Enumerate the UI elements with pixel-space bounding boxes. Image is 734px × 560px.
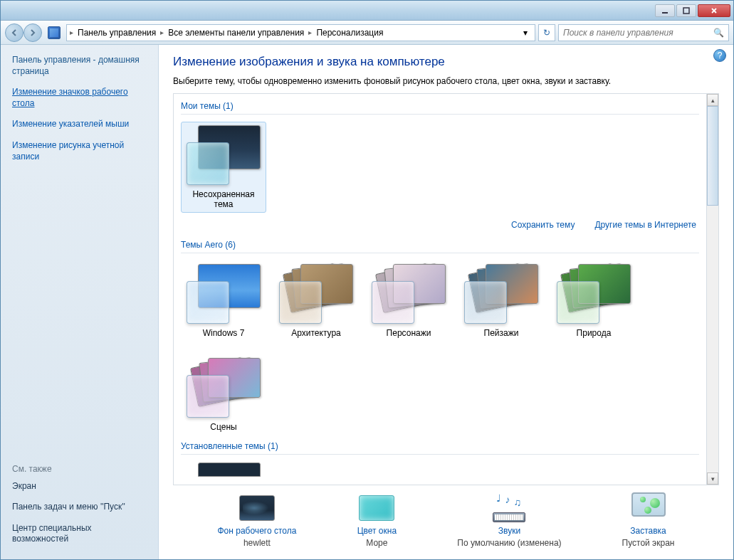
see-also-taskbar[interactable]: Панель задач и меню ''Пуск'' <box>12 502 147 513</box>
theme-unsaved[interactable]: Несохраненная тема <box>181 122 266 213</box>
theme-label: Персонажи <box>387 328 431 338</box>
maximize-button[interactable] <box>676 4 696 17</box>
svg-rect-1 <box>683 8 689 14</box>
see-also-ease[interactable]: Центр специальных возможностей <box>12 523 147 545</box>
body: Панель управления - домашняя страница Из… <box>1 45 733 559</box>
crumb-personalization[interactable]: Персонализация <box>312 28 387 38</box>
bottom-bg-value: hewlett <box>243 538 271 548</box>
theme-aero-4[interactable]: Природа <box>551 260 636 342</box>
theme-aero-5[interactable]: Сцены <box>181 354 266 435</box>
screensaver-item[interactable]: Заставка Пустой экран <box>622 492 675 548</box>
theme-installed-cutoff[interactable] <box>181 462 266 477</box>
more-themes-link[interactable]: Другие темы в Интернете <box>594 220 696 230</box>
page-title: Изменение изображения и звука на компьют… <box>173 55 719 69</box>
bottom-bg-title: Фон рабочего стола <box>217 526 296 536</box>
see-also-display[interactable]: Экран <box>12 481 147 492</box>
sounds-item[interactable]: ♪♫♩ Звуки По умолчанию (изменена) <box>457 492 561 548</box>
window-controls <box>654 4 730 17</box>
window-color-item[interactable]: Цвет окна Море <box>357 492 397 548</box>
sidebar-link-account-picture[interactable]: Изменение рисунка учетной записи <box>12 140 147 162</box>
bottom-color-value: Море <box>366 538 387 548</box>
search-input[interactable] <box>563 28 713 38</box>
svg-rect-0 <box>662 12 668 14</box>
section-aero-themes: Темы Aero (6) <box>181 237 699 253</box>
main: ? Изменение изображения и звука на компь… <box>159 45 733 559</box>
page-description: Выберите тему, чтобы одновременно измени… <box>173 76 719 86</box>
refresh-button[interactable]: ↻ <box>538 24 555 41</box>
help-icon[interactable]: ? <box>713 49 726 62</box>
theme-aero-3[interactable]: Пейзажи <box>458 260 544 342</box>
sidebar-link-desktop-icons[interactable]: Изменение значков рабочего стола <box>12 87 147 109</box>
theme-label: Сцены <box>210 422 236 432</box>
crumb-control-panel[interactable]: Панель управления <box>73 28 160 38</box>
desktop-background-icon <box>239 495 275 521</box>
back-button[interactable] <box>5 23 23 42</box>
theme-aero-0[interactable]: Windows 7 <box>181 260 266 342</box>
search-box[interactable]: 🔍 <box>558 24 729 41</box>
desktop-background-item[interactable]: Фон рабочего стола hewlett <box>217 492 296 548</box>
scroll-down-button[interactable]: ▾ <box>707 472 718 485</box>
sidebar-link-mouse-pointers[interactable]: Изменение указателей мыши <box>12 119 147 130</box>
section-my-themes: Мои темы (1) <box>181 98 699 115</box>
navbar: ▸ Панель управления ▸ Все элементы панел… <box>1 21 733 45</box>
search-icon[interactable]: 🔍 <box>713 28 724 38</box>
save-theme-link[interactable]: Сохранить тему <box>511 220 575 230</box>
theme-label: Природа <box>577 328 612 338</box>
control-panel-icon <box>48 26 61 39</box>
bottom-saver-value: Пустой экран <box>622 538 675 548</box>
scroll-thumb[interactable] <box>707 106 718 206</box>
screensaver-icon <box>629 492 669 524</box>
forward-button[interactable] <box>23 23 42 42</box>
bottom-sound-title: Звуки <box>498 526 520 536</box>
bottom-saver-title: Заставка <box>630 526 666 536</box>
window: ▸ Панель управления ▸ Все элементы панел… <box>0 0 734 560</box>
theme-label: Несохраненная тема <box>184 189 263 209</box>
titlebar <box>1 1 733 21</box>
window-color-icon <box>359 495 394 521</box>
breadcrumb[interactable]: ▸ Панель управления ▸ Все элементы панел… <box>66 24 535 41</box>
theme-label: Windows 7 <box>203 328 245 338</box>
close-button[interactable] <box>698 4 730 17</box>
breadcrumb-dropdown[interactable]: ▾ <box>519 28 532 38</box>
bottom-sound-value: По умолчанию (изменена) <box>457 538 561 548</box>
theme-aero-2[interactable]: Персонажи <box>366 260 451 342</box>
minimize-button[interactable] <box>655 4 675 17</box>
theme-label: Пейзажи <box>484 328 519 338</box>
section-installed-themes: Установленные темы (1) <box>181 438 699 455</box>
bottom-settings-row: Фон рабочего стола hewlett Цвет окна Мор… <box>173 485 719 559</box>
theme-label: Архитектура <box>291 328 341 338</box>
scroll-up-button[interactable]: ▴ <box>707 94 718 106</box>
crumb-all-items[interactable]: Все элементы панели управления <box>164 28 308 38</box>
sounds-icon: ♪♫♩ <box>489 492 529 524</box>
sidebar: Панель управления - домашняя страница Из… <box>1 45 159 559</box>
bottom-color-title: Цвет окна <box>357 526 397 536</box>
see-also-heading: См. также <box>12 464 147 474</box>
themes-panel: Мои темы (1) Несохраненная тема Сохранит… <box>173 93 719 485</box>
theme-aero-1[interactable]: Архитектура <box>273 260 359 342</box>
sidebar-home-link[interactable]: Панель управления - домашняя страница <box>12 55 147 77</box>
scrollbar[interactable]: ▴ ▾ <box>706 94 718 485</box>
